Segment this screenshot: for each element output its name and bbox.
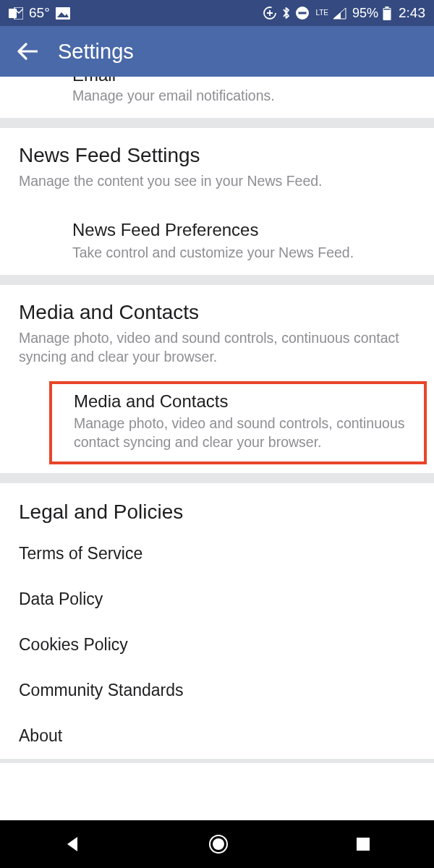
legal-item-about[interactable]: About [0,713,434,759]
battery-percent: 95% [352,6,378,21]
battery-icon [383,7,391,20]
section-media: Media and Contacts Manage photo, video a… [0,285,434,373]
status-temp: 65° [29,5,50,21]
image-icon [56,7,70,20]
legal-section-title: Legal and Policies [19,501,415,524]
media-item-desc: Manage photo, video and sound controls, … [74,414,411,452]
outlook-icon [9,7,23,20]
section-newsfeed: News Feed Settings Manage the content yo… [0,128,434,205]
svg-rect-7 [383,8,391,20]
dnd-icon [295,6,310,20]
media-section-title: Media and Contacts [19,301,415,324]
email-title-clipped: Email [72,77,415,84]
newsfeed-section-desc: Manage the content you see in your News … [19,171,415,190]
svg-point-10 [213,838,224,850]
media-section-desc: Manage photo, video and sound controls, … [19,328,415,367]
settings-item-email[interactable]: Email Manage your email notifications. [0,77,434,118]
system-nav-bar [0,820,434,868]
media-contacts-item-highlighted[interactable]: Media and Contacts Manage photo, video a… [49,381,427,465]
newsfeed-preferences-item[interactable]: News Feed Preferences Take control and c… [0,205,434,275]
svg-rect-6 [386,7,389,8]
svg-rect-2 [56,7,70,20]
bluetooth-icon [281,6,291,20]
newsfeed-item-desc: Take control and customize your News Fee… [72,243,415,262]
section-divider [0,473,434,483]
status-clock: 2:43 [399,5,425,21]
data-saver-icon [263,6,277,20]
status-bar: 65° LTE 95% 2:43 [0,0,434,26]
svg-rect-5 [299,12,307,14]
section-divider [0,759,434,763]
nav-home-button[interactable] [208,833,229,855]
status-left: 65° [9,5,70,21]
newsfeed-section-title: News Feed Settings [19,144,415,167]
legal-item-cookies-policy[interactable]: Cookies Policy [0,622,434,668]
back-arrow-icon[interactable] [16,42,38,61]
section-legal: Legal and Policies [0,483,434,531]
legal-item-community-standards[interactable]: Community Standards [0,668,434,713]
legal-item-data-policy[interactable]: Data Policy [0,576,434,622]
signal-icon [333,7,346,20]
media-item-title: Media and Contacts [74,391,411,412]
app-bar: Settings [0,26,434,77]
section-divider [0,118,434,128]
legal-item-terms[interactable]: Terms of Service [0,531,434,576]
lte-label: LTE [315,9,328,17]
svg-rect-8 [384,9,391,10]
section-divider [0,275,434,285]
newsfeed-item-title: News Feed Preferences [72,220,415,240]
app-title: Settings [58,40,134,64]
nav-back-button[interactable] [63,835,82,854]
status-right: LTE 95% 2:43 [263,5,425,21]
nav-recent-button[interactable] [355,836,371,852]
svg-rect-11 [357,838,370,851]
email-desc: Manage your email notifications. [72,86,415,105]
